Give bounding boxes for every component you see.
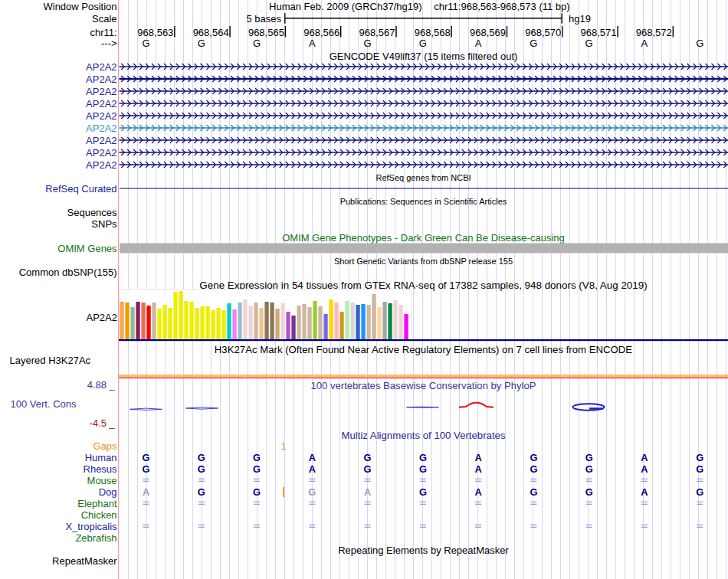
svg-text:Multiz Alignments of 100 Verte: Multiz Alignments of 100 Vertebrates <box>341 430 505 441</box>
svg-text:G: G <box>198 486 205 498</box>
svg-text:AP2A2: AP2A2 <box>86 147 116 159</box>
svg-text:G: G <box>419 452 427 463</box>
svg-text:A: A <box>475 452 482 463</box>
svg-text:hg19: hg19 <box>569 13 591 25</box>
svg-text:OMIM Genes: OMIM Genes <box>57 243 117 254</box>
svg-text:G: G <box>253 38 261 49</box>
svg-text:Layered H3K27Ac: Layered H3K27Ac <box>10 355 91 366</box>
svg-text:Dog: Dog <box>99 486 117 498</box>
svg-text:--->: ---> <box>101 38 117 49</box>
svg-text:G: G <box>696 38 703 49</box>
svg-text:A: A <box>475 38 482 49</box>
svg-text:Rhesus: Rhesus <box>84 463 118 475</box>
svg-text:X_tropicalis: X_tropicalis <box>65 521 117 532</box>
svg-text:AP2A2: AP2A2 <box>86 74 116 85</box>
svg-text:A: A <box>475 463 482 475</box>
svg-text:Publications: Sequences in Sci: Publications: Sequences in Scientific Ar… <box>340 197 507 206</box>
svg-text:Zebrafish: Zebrafish <box>75 532 116 544</box>
svg-text:G: G <box>419 486 427 498</box>
svg-text:A: A <box>309 463 316 475</box>
svg-text:A: A <box>641 38 648 49</box>
svg-text:AP2A2: AP2A2 <box>87 312 117 323</box>
svg-text:GENCODE V49lift37 (15 items fi: GENCODE V49lift37 (15 items filtered out… <box>330 51 518 62</box>
svg-text:G: G <box>142 38 149 49</box>
svg-text:Elephant: Elephant <box>77 498 117 509</box>
svg-text:G: G <box>419 463 427 475</box>
svg-text:AP2A2: AP2A2 <box>86 98 116 110</box>
svg-text:AP2A2: AP2A2 <box>86 110 116 122</box>
svg-text:G: G <box>143 463 150 475</box>
svg-text:A: A <box>641 486 648 498</box>
svg-text:G: G <box>696 486 703 498</box>
svg-text:G: G <box>364 38 372 49</box>
svg-text:G: G <box>253 463 261 475</box>
svg-text:A: A <box>309 38 316 49</box>
svg-text:G: G <box>143 452 150 463</box>
svg-text:SNPs: SNPs <box>91 218 117 230</box>
svg-text:AP2A2: AP2A2 <box>86 159 116 171</box>
svg-text:G: G <box>530 463 537 475</box>
svg-text:Common dbSNP(155): Common dbSNP(155) <box>19 267 117 278</box>
svg-text:G: G <box>198 463 205 475</box>
svg-text:G: G <box>308 486 316 498</box>
svg-text:AP2A2: AP2A2 <box>86 61 116 73</box>
svg-text:OMIM Gene Phenotypes - Dark Gr: OMIM Gene Phenotypes - Dark Green Can Be… <box>282 232 565 244</box>
svg-text:G: G <box>253 452 261 463</box>
svg-text:Scale: Scale <box>92 13 117 25</box>
svg-text:4.88 _: 4.88 _ <box>87 379 116 391</box>
svg-text:1: 1 <box>281 441 287 452</box>
svg-text:G: G <box>419 38 427 49</box>
svg-text:A: A <box>641 452 648 463</box>
svg-text:100 Vert. Cons: 100 Vert. Cons <box>11 398 77 410</box>
svg-text:Chicken: Chicken <box>81 509 117 521</box>
svg-text:G: G <box>585 38 593 49</box>
svg-text:RefSeq Curated: RefSeq Curated <box>45 183 116 195</box>
svg-text:AP2A2: AP2A2 <box>86 123 116 134</box>
svg-text:-4.5 _: -4.5 _ <box>90 417 116 429</box>
svg-text:G: G <box>530 486 537 498</box>
svg-text:Mouse: Mouse <box>87 475 117 486</box>
svg-text:A: A <box>364 486 371 498</box>
svg-text:G: G <box>585 486 593 498</box>
svg-text:chr11:: chr11: <box>90 27 116 38</box>
svg-text:H3K27Ac Mark (Often Found Near: H3K27Ac Mark (Often Found Near Active Re… <box>215 344 633 355</box>
svg-text:A: A <box>475 486 482 498</box>
svg-text:G: G <box>253 486 261 498</box>
svg-text:G: G <box>585 452 593 463</box>
svg-text:G: G <box>198 452 205 463</box>
svg-text:G: G <box>364 463 372 475</box>
svg-text:Short Genetic Variants from db: Short Genetic Variants from dbSNP releas… <box>334 257 513 266</box>
svg-text:Window Position: Window Position <box>43 1 116 12</box>
svg-text:Gene Expression in 54 tissues: Gene Expression in 54 tissues from GTEx … <box>199 280 647 291</box>
svg-text:G: G <box>530 38 537 49</box>
svg-text:AP2A2: AP2A2 <box>86 86 116 97</box>
svg-text:Sequences: Sequences <box>67 207 118 218</box>
svg-text:A: A <box>143 486 149 498</box>
svg-text:Human Feb. 2009 (GRCh37/hg19): Human Feb. 2009 (GRCh37/hg19) <box>269 1 421 12</box>
svg-text:A: A <box>641 463 648 475</box>
svg-text:Repeating Elements by RepeatMa: Repeating Elements by RepeatMasker <box>338 545 509 556</box>
svg-text:RepeatMasker: RepeatMasker <box>52 555 117 567</box>
svg-text:G: G <box>585 463 593 475</box>
svg-text:5 bases: 5 bases <box>246 13 281 25</box>
svg-text:A: A <box>309 452 316 463</box>
svg-text:G: G <box>530 452 537 463</box>
svg-text:G: G <box>696 463 703 475</box>
svg-text:Human: Human <box>85 452 117 463</box>
svg-text:G: G <box>696 452 703 463</box>
svg-text:100 vertebrates Basewise Conse: 100 vertebrates Basewise Conservation by… <box>310 380 536 391</box>
svg-text:Gaps: Gaps <box>93 440 118 452</box>
svg-text:RefSeq genes from NCBI: RefSeq genes from NCBI <box>375 173 471 182</box>
svg-text:G: G <box>198 38 205 49</box>
svg-text:AP2A2: AP2A2 <box>86 135 116 146</box>
svg-text:chr11:968,563-968,573 (11 bp): chr11:968,563-968,573 (11 bp) <box>434 1 569 12</box>
svg-text:G: G <box>364 452 372 463</box>
